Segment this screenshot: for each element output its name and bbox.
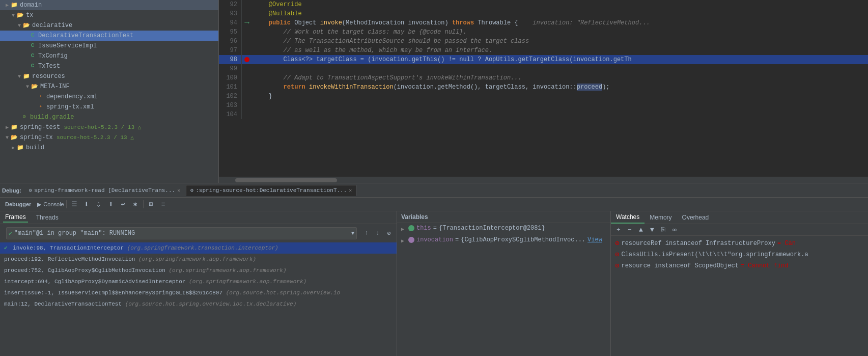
frames-tab-threads[interactable]: Threads bbox=[34, 213, 61, 222]
toolbar-btn-table[interactable]: ⊞ bbox=[146, 199, 157, 210]
thread-up-btn[interactable]: ↑ bbox=[362, 229, 371, 238]
tree-label-txt: TxTest bbox=[38, 63, 60, 70]
toolbar-btn-grid[interactable]: ≡ bbox=[158, 199, 169, 210]
watches-eval-btn[interactable]: ∞ bbox=[670, 225, 679, 234]
var-name-this: this bbox=[416, 224, 431, 233]
debug-tab-close-1[interactable]: ✕ bbox=[177, 187, 180, 194]
watch-err-icon-2: ⊘ bbox=[615, 261, 619, 270]
folder-icon-meta: 📂 bbox=[31, 83, 39, 90]
tree-item-domain[interactable]: ▶ 📁 domain bbox=[0, 0, 218, 10]
watches-add-btn[interactable]: + bbox=[614, 225, 623, 234]
tree-item-declarativetransactiontest[interactable]: C DeclarativeTransactionTest bbox=[0, 31, 218, 41]
horizontal-scrollbar[interactable] bbox=[219, 177, 868, 183]
folder-icon-build: 📁 bbox=[16, 144, 24, 151]
toolbar-btn-eval[interactable]: ✱ bbox=[130, 199, 141, 210]
var-arrow-this: ▶ bbox=[401, 225, 408, 234]
frames-list: ✔ invoke:98, TransactionInterceptor (org… bbox=[0, 242, 397, 356]
tree-item-dependencyxml[interactable]: ✦ dependency.xml bbox=[0, 92, 218, 102]
frame-item-2[interactable]: proceed:752, CglibAopProxy$CglibMethodIn… bbox=[0, 265, 397, 276]
tree-item-resources[interactable]: ▼ 📁 resources bbox=[0, 71, 218, 81]
code-line-103: 103 bbox=[219, 101, 868, 110]
var-eq-this: = bbox=[433, 224, 437, 233]
line-num-95: 95 bbox=[219, 28, 242, 37]
tree-item-springtest[interactable]: ▶ 📁 spring-test source-hot-5.2.3 / 13 △ bbox=[0, 122, 218, 132]
watches-panel: Watches Memory Overhead + − ▲ ▼ ⎘ ∞ ⊘ re… bbox=[611, 211, 868, 356]
watches-copy-btn[interactable]: ⎘ bbox=[659, 225, 668, 234]
tree-item-buildgradle[interactable]: ⚙ build.gradle bbox=[0, 112, 218, 122]
tree-label-declarative: declarative bbox=[32, 22, 72, 29]
debug-tab-2[interactable]: ⚙ :spring-source-hot:DeclarativeTransact… bbox=[186, 185, 356, 196]
thread-check-icon: ✔ bbox=[9, 230, 12, 237]
watch-item-0[interactable]: ⊘ resourceRef instanceof InfrastructureP… bbox=[611, 238, 868, 249]
thread-filter-btn[interactable]: ⊘ bbox=[384, 229, 394, 238]
frame-item-1[interactable]: proceed:192, ReflectiveMethodInvocation … bbox=[0, 254, 397, 265]
code-line-92: 92 @Override bbox=[219, 0, 868, 9]
watches-up-btn[interactable]: ▲ bbox=[636, 225, 646, 234]
tree-item-txconfig[interactable]: C TxConfig bbox=[0, 51, 218, 61]
debug-label: Debug: bbox=[2, 187, 21, 194]
tree-arrow-st: ▶ bbox=[4, 124, 10, 130]
watches-down-btn[interactable]: ▼ bbox=[648, 225, 657, 234]
debug-toolbar: Debugger ▶ Console ☰ ⬇ ⇩ ⬆ ↩ ✱ ⊞ ≡ bbox=[0, 198, 868, 211]
java-icon-dtt: C bbox=[29, 32, 37, 39]
breakpoint-98[interactable] bbox=[244, 57, 249, 62]
gutter-92 bbox=[242, 0, 252, 9]
line-content-100: // Adapt to TransactionAspectSupport's i… bbox=[252, 73, 522, 83]
tree-item-springtxxml[interactable]: ✦ spring-tx.xml bbox=[0, 102, 218, 112]
tree-item-springtx[interactable]: ▼ 📂 spring-tx source-hot-5.2.3 / 13 △ bbox=[0, 132, 218, 143]
debug-tab-label-1: spring-framework-read [DeclarativeTrans.… bbox=[34, 187, 175, 194]
frame-item-0[interactable]: ✔ invoke:98, TransactionInterceptor (org… bbox=[0, 242, 397, 254]
code-lines: 92 @Override 93 @Nullable 94 → public Ob… bbox=[219, 0, 868, 177]
tree-label-meta: META-INF bbox=[40, 83, 70, 90]
thread-selector[interactable]: ✔ "main"@1 in group "main": RUNNING ▼ bbox=[6, 227, 357, 239]
console-label: Console bbox=[43, 201, 64, 207]
line-content-98: Class<?> targetClass = (invocation.getTh… bbox=[252, 55, 632, 64]
tree-item-declarative[interactable]: ▼ 📂 declarative bbox=[0, 20, 218, 31]
tree-label-dep: dependency.xml bbox=[46, 93, 98, 100]
debug-tabs-bar: Debug: ⚙ spring-framework-read [Declarat… bbox=[0, 183, 868, 198]
watches-tab-watches[interactable]: Watches bbox=[611, 211, 645, 224]
tree-item-metainf[interactable]: ▼ 📂 META-INF bbox=[0, 81, 218, 92]
tree-item-txtest[interactable]: C TxTest bbox=[0, 61, 218, 71]
toolbar-btn-step-into[interactable]: ⇩ bbox=[93, 199, 104, 210]
tree-item-issueserviceimpl[interactable]: C IssueServiceImpl bbox=[0, 41, 218, 51]
toolbar-btn-menu[interactable]: ☰ bbox=[69, 199, 80, 210]
debugger-tab-btn[interactable]: Debugger bbox=[2, 199, 34, 210]
xml-icon-dep: ✦ bbox=[37, 93, 45, 100]
debug-tab-close-2[interactable]: ✕ bbox=[349, 187, 352, 194]
line-num-103: 103 bbox=[219, 101, 242, 110]
frame-method-4: insertIssue:-1, IssueServiceImpl$$Enhanc… bbox=[4, 290, 226, 296]
watches-tab-memory[interactable]: Memory bbox=[645, 212, 677, 223]
gutter-96 bbox=[242, 37, 252, 46]
thread-down-btn[interactable]: ↓ bbox=[373, 229, 382, 238]
watch-item-1[interactable]: ⊘ ClassUtils.isPresent(\t\t\t\t"org.spri… bbox=[611, 249, 868, 260]
tree-label-domain: domain bbox=[20, 2, 42, 9]
tree-label-isi: IssueServiceImpl bbox=[38, 42, 97, 49]
thread-selector-row: ✔ "main"@1 in group "main": RUNNING ▼ ↑ … bbox=[3, 225, 394, 241]
watches-tab-overhead[interactable]: Overhead bbox=[677, 212, 714, 223]
tree-item-tx[interactable]: ▼ 📂 tx bbox=[0, 10, 218, 20]
toolbar-btn-run-to-cursor[interactable]: ↩ bbox=[118, 199, 129, 210]
frames-tab-frames[interactable]: Frames bbox=[3, 212, 28, 223]
frame-item-4[interactable]: insertIssue:-1, IssueServiceImpl$$Enhanc… bbox=[0, 287, 397, 298]
frame-item-5[interactable]: main:12, DeclarativeTransactionTest (org… bbox=[0, 298, 397, 310]
watch-err-icon-1: ⊘ bbox=[615, 250, 619, 259]
debug-tab-1[interactable]: ⚙ spring-framework-read [DeclarativeTran… bbox=[24, 185, 185, 196]
toolbar-btn-step-out[interactable]: ⬆ bbox=[105, 199, 117, 210]
tree-item-build[interactable]: ▶ 📁 build bbox=[0, 143, 218, 153]
watches-list: ⊘ resourceRef instanceof InfrastructureP… bbox=[611, 236, 868, 356]
frame-item-3[interactable]: intercept:694, CglibAopProxy$DynamicAdvi… bbox=[0, 276, 397, 287]
watches-remove-btn[interactable]: − bbox=[625, 225, 634, 234]
var-item-invocation[interactable]: ▶ invocation = {CglibAopProxy$CglibMetho… bbox=[397, 235, 610, 247]
code-line-98: 98 Class<?> targetClass = (invocation.ge… bbox=[219, 55, 868, 64]
tree-arrow-meta: ▼ bbox=[24, 84, 31, 90]
toolbar-btn-step-over[interactable]: ⬇ bbox=[81, 199, 92, 210]
var-link-inv[interactable]: View bbox=[587, 235, 602, 244]
tree-arrow-sptx: ▼ bbox=[4, 135, 10, 141]
watch-item-2[interactable]: ⊘ resource instanceof ScopedObject = Can… bbox=[611, 260, 868, 271]
scrollbar-thumb[interactable] bbox=[235, 178, 337, 182]
console-tab-btn[interactable]: ▶ Console bbox=[37, 201, 64, 208]
thread-name: "main"@1 in group "main": RUNNING bbox=[14, 230, 349, 237]
line-content-104 bbox=[252, 110, 258, 119]
var-item-this[interactable]: ▶ this = {TransactionInterceptor@2081} bbox=[397, 223, 610, 235]
